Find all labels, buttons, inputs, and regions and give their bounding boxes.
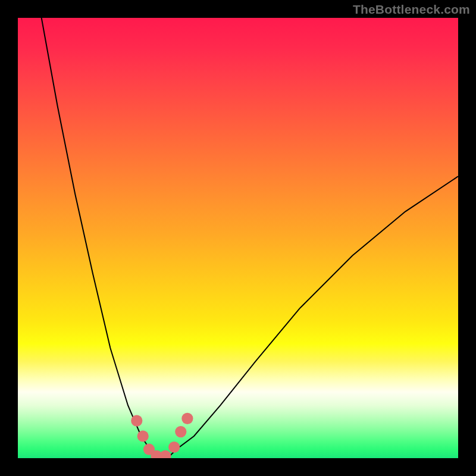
plot-area <box>18 18 458 458</box>
bead-point <box>159 450 171 458</box>
bead-point <box>137 430 149 441</box>
bottleneck-curve <box>40 18 458 458</box>
bead-point <box>181 413 193 424</box>
bead-point <box>143 444 155 455</box>
bead-group <box>131 413 193 458</box>
bead-point <box>175 426 186 437</box>
bead-point <box>151 450 162 458</box>
chart-frame: TheBottleneck.com <box>0 0 476 476</box>
bead-point <box>131 415 142 427</box>
bead-point <box>168 441 180 453</box>
chart-svg <box>18 18 458 458</box>
watermark-text: TheBottleneck.com <box>353 2 470 17</box>
